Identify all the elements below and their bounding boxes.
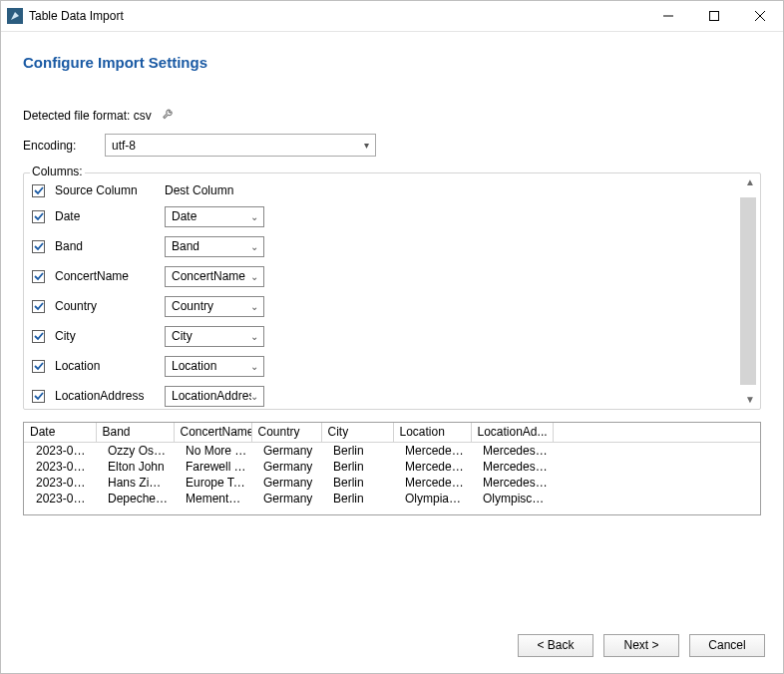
app-icon [7, 8, 23, 24]
column-checkbox[interactable] [32, 270, 45, 283]
column-map-row: CountryCountry⌄ [32, 291, 738, 321]
preview-cell: 2023-05-26 [24, 475, 96, 491]
preview-header-cell[interactable]: Country [251, 423, 321, 443]
table-row[interactable]: 2023-05-28Ozzy Osbou...No More To...Germ… [24, 443, 760, 460]
source-column-name: Date [55, 209, 165, 223]
preview-cell: Olympische... [471, 491, 553, 506]
dest-column-select[interactable]: City⌄ [165, 326, 264, 347]
scroll-up-icon[interactable]: ▲ [745, 177, 755, 187]
cancel-button[interactable]: Cancel [689, 634, 765, 657]
encoding-label: Encoding: [23, 139, 99, 153]
columns-fieldset: Columns: ▲ ▼ Source Column Dest Column D… [23, 172, 761, 410]
wrench-icon[interactable] [162, 107, 176, 124]
table-row[interactable]: 2023-07-07Depeche M...Memento M...German… [24, 491, 760, 506]
preview-table: DateBandConcertNameCountryCityLocationLo… [24, 423, 760, 506]
preview-cell: 2023-07-07 [24, 491, 96, 506]
preview-cell: Germany [251, 443, 321, 460]
encoding-select[interactable]: utf-8 ▾ [105, 134, 376, 157]
content-area: Configure Import Settings Detected file … [1, 32, 783, 617]
column-checkbox[interactable] [32, 390, 45, 403]
preview-cell: Mercedes-P... [471, 443, 553, 460]
scroll-thumb[interactable] [740, 197, 756, 385]
preview-cell: Berlin [321, 475, 393, 491]
table-row[interactable]: 2023-05-26Hans Zimm...Europe Tou...Germa… [24, 475, 760, 491]
source-column-name: Country [55, 299, 165, 313]
chevron-down-icon: ▾ [364, 140, 369, 151]
preview-header-cell[interactable]: Date [24, 423, 96, 443]
preview-cell: Farewell Ye... [174, 459, 251, 475]
source-column-header: Source Column [55, 183, 165, 197]
column-checkbox[interactable] [32, 330, 45, 343]
next-button[interactable]: Next > [603, 634, 679, 657]
dest-column-value: City [172, 329, 193, 343]
maximize-button[interactable] [691, 1, 737, 31]
preview-cell: Europe Tou... [174, 475, 251, 491]
chevron-down-icon: ⌄ [250, 391, 258, 402]
column-map-row: LocationAddressLocationAddres⌄ [32, 381, 738, 407]
source-column-name: LocationAddress [55, 389, 165, 403]
preview-cell: Germany [251, 475, 321, 491]
minimize-button[interactable] [645, 1, 691, 31]
preview-cell: Germany [251, 491, 321, 506]
column-checkbox[interactable] [32, 240, 45, 253]
dest-column-value: ConcertName [172, 269, 245, 283]
column-checkbox[interactable] [32, 300, 45, 313]
preview-cell: Ozzy Osbou... [96, 443, 174, 460]
dest-column-header: Dest Column [165, 183, 233, 197]
window-title: Table Data Import [29, 9, 124, 23]
preview-header-cell[interactable]: City [321, 423, 393, 443]
column-checkbox[interactable] [32, 210, 45, 223]
preview-cell: Depeche M... [96, 491, 174, 506]
preview-cell: Mercedes-P... [471, 459, 553, 475]
preview-cell: Olympiasta... [393, 491, 471, 506]
source-column-name: City [55, 329, 165, 343]
close-button[interactable] [737, 1, 783, 31]
preview-cell: Memento M... [174, 491, 251, 506]
preview-cell: Elton John [96, 459, 174, 475]
column-map-row: LocationLocation⌄ [32, 351, 738, 381]
chevron-down-icon: ⌄ [250, 361, 258, 372]
columns-legend: Columns: [30, 165, 85, 178]
dest-column-select[interactable]: LocationAddres⌄ [165, 386, 264, 407]
column-checkbox[interactable] [32, 360, 45, 373]
back-button[interactable]: < Back [518, 634, 593, 657]
window-controls [645, 1, 783, 31]
footer: < Back Next > Cancel [1, 617, 783, 673]
dest-column-select[interactable]: ConcertName⌄ [165, 266, 264, 287]
svg-rect-1 [710, 12, 719, 21]
source-column-name: Band [55, 239, 165, 253]
encoding-row: Encoding: utf-8 ▾ [23, 134, 761, 157]
preview-header-cell[interactable]: LocationAd... [471, 423, 553, 443]
preview-cell: Berlin [321, 459, 393, 475]
preview-header-cell[interactable]: Location [393, 423, 471, 443]
page-title: Configure Import Settings [23, 54, 761, 71]
preview-header-cell[interactable]: Band [96, 423, 174, 443]
scroll-down-icon[interactable]: ▼ [745, 395, 755, 405]
preview-header-row: DateBandConcertNameCountryCityLocationLo… [24, 423, 760, 443]
dest-column-value: Band [172, 239, 199, 253]
dest-column-select[interactable]: Location⌄ [165, 356, 264, 377]
column-map-row: BandBand⌄ [32, 231, 738, 261]
preview-cell: Berlin [321, 491, 393, 506]
column-map-row: CityCity⌄ [32, 321, 738, 351]
chevron-down-icon: ⌄ [250, 271, 258, 282]
scrollbar[interactable]: ▲ ▼ [742, 177, 758, 405]
select-all-checkbox[interactable] [32, 184, 45, 197]
preview-body: 2023-05-28Ozzy Osbou...No More To...Germ… [24, 443, 760, 507]
dest-column-select[interactable]: Date⌄ [165, 206, 264, 227]
preview-cell: Mercedes-B... [393, 443, 471, 460]
preview-cell: Mercedes-B... [393, 459, 471, 475]
preview-cell: Mercedes-P... [471, 475, 553, 491]
columns-list: Source Column Dest Column DateDate⌄BandB… [32, 179, 738, 407]
dest-column-select[interactable]: Band⌄ [165, 236, 264, 257]
preview-header-cell[interactable]: ConcertName [174, 423, 251, 443]
title-bar-left: Table Data Import [1, 8, 124, 24]
dest-column-select[interactable]: Country⌄ [165, 296, 264, 317]
chevron-down-icon: ⌄ [250, 211, 258, 222]
preview-cell: 2023-05-08 [24, 459, 96, 475]
dest-column-value: LocationAddres [172, 389, 251, 403]
table-row[interactable]: 2023-05-08Elton JohnFarewell Ye...German… [24, 459, 760, 475]
detected-format-label: Detected file format: csv [23, 109, 152, 123]
columns-header-row: Source Column Dest Column [32, 179, 738, 201]
dest-column-value: Location [172, 359, 216, 373]
